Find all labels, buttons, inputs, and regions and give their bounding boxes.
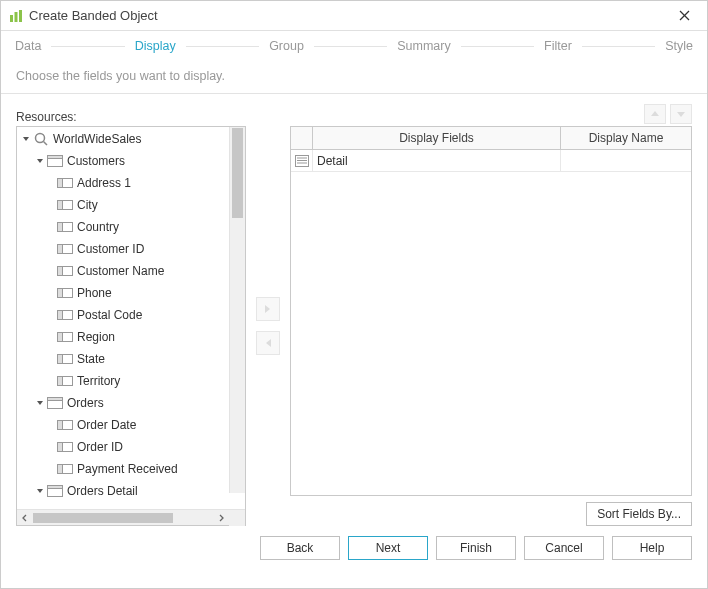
svg-rect-30 — [48, 398, 63, 401]
remove-field-button[interactable] — [256, 331, 280, 355]
svg-rect-32 — [58, 421, 63, 430]
svg-rect-22 — [58, 311, 63, 320]
resources-label: Resources: — [16, 110, 644, 124]
finish-button[interactable]: Finish — [436, 536, 516, 560]
tree-root-label: WorldWideSales — [53, 132, 141, 146]
help-button[interactable]: Help — [612, 536, 692, 560]
resources-tree[interactable]: WorldWideSales Customers Address 1 City … — [16, 126, 246, 526]
sort-fields-button[interactable]: Sort Fields By... — [586, 502, 692, 526]
tree-field-label: Order ID — [77, 440, 123, 454]
cancel-button[interactable]: Cancel — [524, 536, 604, 560]
field-icon — [57, 308, 73, 322]
expand-toggle[interactable] — [34, 155, 46, 167]
tree-field[interactable]: Customer Name — [17, 260, 231, 282]
svg-rect-36 — [58, 465, 63, 474]
svg-rect-34 — [58, 443, 63, 452]
row-type-icon — [291, 150, 313, 171]
tree-field[interactable]: Postal Code — [17, 304, 231, 326]
tree-field[interactable]: Payment Received — [17, 458, 231, 480]
next-button[interactable]: Next — [348, 536, 428, 560]
arrow-up-icon — [650, 109, 660, 119]
cell-display-field[interactable]: Detail — [313, 150, 561, 171]
scrollbar-thumb[interactable] — [33, 513, 173, 523]
field-icon — [57, 286, 73, 300]
step-data[interactable]: Data — [13, 37, 43, 55]
tree-field-label: Payment Received — [77, 462, 178, 476]
tree-field[interactable]: Order Date — [17, 414, 231, 436]
field-icon — [57, 220, 73, 234]
column-header-display-name[interactable]: Display Name — [561, 127, 691, 149]
arrow-down-icon — [676, 109, 686, 119]
step-style[interactable]: Style — [663, 37, 695, 55]
tree-root[interactable]: WorldWideSales — [17, 128, 231, 150]
svg-rect-24 — [58, 333, 63, 342]
step-separator — [461, 46, 534, 47]
grid-row[interactable]: Detail — [291, 150, 691, 172]
svg-rect-10 — [58, 179, 63, 188]
expand-toggle[interactable] — [34, 397, 46, 409]
step-separator — [186, 46, 259, 47]
step-summary[interactable]: Summary — [395, 37, 452, 55]
cell-display-name[interactable] — [561, 150, 691, 171]
tree-field[interactable]: Order ID — [17, 436, 231, 458]
tree-field[interactable]: City — [17, 194, 231, 216]
step-filter[interactable]: Filter — [542, 37, 574, 55]
tree-field-label: Phone — [77, 286, 112, 300]
tree-group[interactable]: Orders — [17, 392, 231, 414]
scrollbar-thumb[interactable] — [232, 128, 243, 218]
tree-field[interactable]: Customer ID — [17, 238, 231, 260]
vertical-scrollbar[interactable] — [229, 127, 245, 493]
step-description: Choose the fields you want to display. — [1, 61, 707, 94]
chevron-left-icon — [21, 514, 29, 522]
tree-field-label: State — [77, 352, 105, 366]
svg-rect-28 — [58, 377, 63, 386]
move-up-button[interactable] — [644, 104, 666, 124]
chevron-down-icon — [35, 486, 45, 496]
tree-group-label: Customers — [67, 154, 125, 168]
scroll-right-button[interactable] — [213, 510, 229, 526]
tree-group[interactable]: Customers — [17, 150, 231, 172]
svg-rect-18 — [58, 267, 63, 276]
tree-field[interactable]: State — [17, 348, 231, 370]
tree-field[interactable]: Address 1 — [17, 172, 231, 194]
svg-rect-0 — [10, 15, 13, 22]
display-fields-grid: Display Fields Display Name — [290, 126, 692, 496]
expand-toggle[interactable] — [34, 485, 46, 497]
step-display[interactable]: Display — [133, 37, 178, 55]
svg-point-5 — [36, 134, 45, 143]
horizontal-scrollbar[interactable] — [17, 509, 245, 525]
field-icon — [57, 462, 73, 476]
close-icon — [679, 10, 690, 21]
add-field-button[interactable] — [256, 297, 280, 321]
field-icon — [57, 176, 73, 190]
svg-rect-2 — [19, 10, 22, 22]
chevron-down-icon — [35, 156, 45, 166]
column-header-display-fields[interactable]: Display Fields — [313, 127, 561, 149]
tree-group[interactable]: Orders Detail — [17, 480, 231, 502]
detail-icon — [295, 155, 309, 167]
tree-field[interactable]: Country — [17, 216, 231, 238]
scroll-left-button[interactable] — [17, 510, 33, 526]
step-group[interactable]: Group — [267, 37, 306, 55]
arrow-left-icon — [262, 337, 274, 349]
expand-toggle[interactable] — [20, 133, 32, 145]
tree-field[interactable]: Phone — [17, 282, 231, 304]
tree-field-label: Territory — [77, 374, 120, 388]
field-icon — [57, 440, 73, 454]
tree-field[interactable]: Region — [17, 326, 231, 348]
tree-field[interactable]: Territory — [17, 370, 231, 392]
table-icon — [47, 484, 63, 498]
chevron-down-icon — [35, 398, 45, 408]
field-icon — [57, 264, 73, 278]
tree-field-label: Address 1 — [77, 176, 131, 190]
field-icon — [57, 418, 73, 432]
tree-field-label: Customer ID — [77, 242, 144, 256]
table-icon — [47, 154, 63, 168]
move-down-button[interactable] — [670, 104, 692, 124]
back-button[interactable]: Back — [260, 536, 340, 560]
svg-line-6 — [44, 142, 48, 146]
datasource-icon — [33, 132, 49, 146]
step-separator — [582, 46, 655, 47]
table-icon — [47, 396, 63, 410]
close-button[interactable] — [669, 1, 699, 31]
